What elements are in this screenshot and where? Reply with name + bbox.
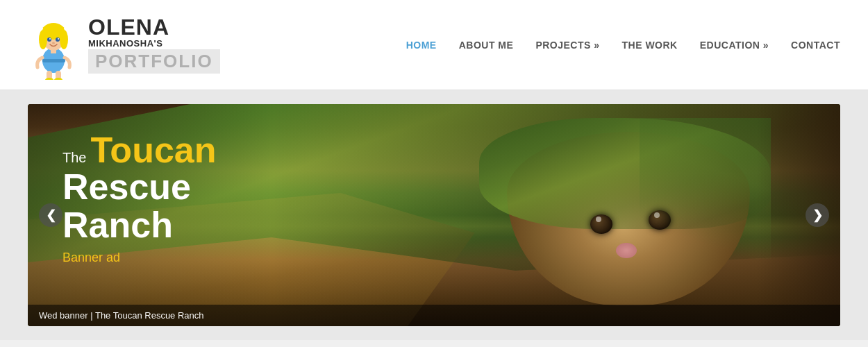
svg-rect-15 xyxy=(42,59,65,62)
main-nav: HOME ABOUT ME PROJECTS » THE WORK EDUCAT… xyxy=(406,40,840,51)
svg-point-14 xyxy=(54,78,62,80)
logo-portfolio: PORTFOLIO xyxy=(88,49,220,74)
slide-subtitle: Banner ad xyxy=(62,251,217,265)
logo-illustration xyxy=(28,10,80,80)
slide-the-prefix: The xyxy=(62,150,86,166)
svg-point-7 xyxy=(56,37,60,42)
slide-title-line1: Toucan xyxy=(90,132,216,168)
nav-projects[interactable]: PROJECTS » xyxy=(535,40,599,51)
svg-point-6 xyxy=(47,37,51,42)
slide-caption-text: Wed banner | The Toucan Rescue Ranch xyxy=(39,310,204,321)
svg-point-13 xyxy=(45,78,53,80)
slider-next-button[interactable]: ❯ xyxy=(806,203,829,227)
slide-text-overlay: The Toucan Rescue Ranch Banner ad xyxy=(62,132,217,265)
main-content: The Toucan Rescue Ranch Banner ad Wed ba… xyxy=(0,90,868,340)
slide: The Toucan Rescue Ranch Banner ad Wed ba… xyxy=(28,104,840,326)
nav-the-work[interactable]: THE WORK xyxy=(622,40,678,51)
logo-subtitle: MIKHANOSHA'S xyxy=(88,38,220,50)
logo-area: OLENA MIKHANOSHA'S PORTFOLIO xyxy=(28,10,222,80)
svg-point-5 xyxy=(60,30,68,49)
svg-point-9 xyxy=(58,38,59,40)
svg-point-4 xyxy=(39,30,47,49)
slide-title-line2: Rescue xyxy=(62,168,217,206)
logo-name: OLENA xyxy=(88,16,220,38)
nav-contact[interactable]: CONTACT xyxy=(791,40,840,51)
site-header: OLENA MIKHANOSHA'S PORTFOLIO HOME ABOUT … xyxy=(0,0,868,90)
slide-title-line3: Ranch xyxy=(62,206,217,244)
slider-prev-button[interactable]: ❮ xyxy=(39,203,62,227)
slide-caption: Wed banner | The Toucan Rescue Ranch xyxy=(28,305,840,326)
nav-home[interactable]: HOME xyxy=(406,40,437,51)
logo-text: OLENA MIKHANOSHA'S PORTFOLIO xyxy=(88,16,220,74)
nav-about[interactable]: ABOUT ME xyxy=(459,40,514,51)
svg-point-8 xyxy=(49,38,51,40)
svg-point-10 xyxy=(52,42,55,44)
slider: The Toucan Rescue Ranch Banner ad Wed ba… xyxy=(28,104,840,326)
nav-education[interactable]: EDUCATION » xyxy=(700,40,769,51)
